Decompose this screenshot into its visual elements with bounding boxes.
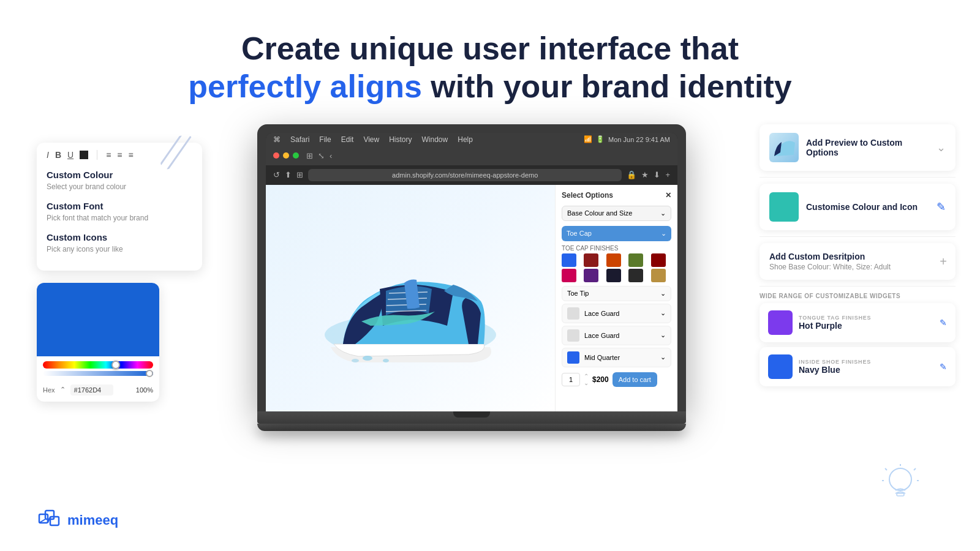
lace-guard2-text: Lace Guard	[584, 332, 619, 339]
bold-icon[interactable]: B	[55, 150, 61, 160]
add-preview-card[interactable]: Add Preview to Custom Options ⌄	[760, 124, 956, 171]
page-header: Create unique user interface that perfec…	[0, 0, 980, 124]
options-close-icon[interactable]: ✕	[665, 191, 671, 200]
history-menu[interactable]: History	[389, 135, 412, 144]
price-display: $200	[592, 375, 609, 384]
cart-row: ⌃⌄ $200 Add to cart	[562, 372, 671, 387]
bookmark-icon[interactable]: ★	[641, 170, 649, 179]
swatch-orange[interactable]	[606, 253, 621, 267]
maximize-button[interactable]	[293, 152, 299, 159]
url-bar[interactable]: admin.shopify.com/store/mimeeq-appstore-…	[308, 169, 622, 181]
swatch-darkred[interactable]	[584, 253, 598, 267]
tongue-tag-edit-icon[interactable]: ✎	[940, 318, 947, 328]
add-to-cart-button[interactable]: Add to cart	[612, 372, 657, 387]
custom-font-section: Custom Font Pick font that match your br…	[47, 201, 192, 222]
nav-back-icon[interactable]: ‹	[330, 151, 332, 160]
shoe-image	[306, 212, 514, 384]
safari-menu[interactable]: Safari	[290, 135, 309, 144]
preview-thumbnail	[769, 133, 799, 162]
desc-card-title: Add Custom Desritpion	[769, 252, 946, 261]
tongue-tag-label: TONGUE TAG FINISHES	[799, 315, 933, 321]
swatch-blue[interactable]	[562, 253, 576, 267]
opacity-handle[interactable]	[146, 370, 153, 377]
laptop-foot	[257, 424, 686, 431]
edit-menu[interactable]: Edit	[341, 135, 354, 144]
toe-cap-option[interactable]: Toe Cap ⌄	[562, 226, 671, 241]
download-icon[interactable]: ⬇	[654, 170, 660, 179]
tongue-tag-card[interactable]: TONGUE TAG FINISHES Hot Purple ✎	[760, 303, 956, 342]
laptop-container: ⌘ Safari File Edit View History Window H…	[257, 124, 686, 431]
swatch-navy[interactable]	[606, 269, 621, 282]
close-button[interactable]	[273, 152, 279, 159]
browser-topbar: ⊞ ⤡ ‹	[266, 146, 677, 165]
mid-quarter-row[interactable]: Mid Quarter ⌄	[562, 348, 671, 367]
opacity-slider[interactable]	[43, 371, 153, 376]
hex-input[interactable]: #1762D4	[70, 384, 113, 395]
window-menu[interactable]: Window	[422, 135, 448, 144]
customise-thumbnail	[769, 192, 799, 222]
help-menu[interactable]: Help	[458, 135, 473, 144]
desc-add-icon[interactable]: +	[940, 254, 947, 268]
content-area: I B U ≡ ≡ ≡ Custom Colour Select your br…	[0, 124, 980, 431]
align-right-icon[interactable]: ≡	[129, 150, 134, 160]
custom-colour-desc: Select your brand colour	[47, 182, 192, 191]
swatch-purple[interactable]	[584, 269, 598, 282]
right-panel: Add Preview to Custom Options ⌄ Customis…	[760, 124, 956, 391]
nav-resize-icon[interactable]: ⤡	[318, 151, 325, 160]
desc-card-content: Add Custom Desritpion Shoe Base Colour: …	[769, 252, 946, 271]
svg-point-3	[363, 356, 372, 361]
toe-tip-chevron: ⌄	[660, 290, 666, 298]
align-center-icon[interactable]: ≡	[117, 150, 122, 160]
svg-rect-11	[897, 493, 904, 496]
swatch-gold[interactable]	[651, 269, 666, 282]
swatch-pink[interactable]	[562, 269, 576, 282]
swatch-olive[interactable]	[628, 253, 643, 267]
reload-icon[interactable]: ↺	[273, 170, 280, 179]
align-left-icon[interactable]: ≡	[106, 150, 111, 160]
view-menu[interactable]: View	[363, 135, 379, 144]
preview-card-chevron[interactable]: ⌄	[937, 141, 946, 154]
underline-icon[interactable]: U	[67, 150, 74, 160]
qty-arrows[interactable]: ⌃⌄	[584, 373, 589, 386]
base-colour-select[interactable]: Base Colour and Size ⌄	[562, 206, 671, 221]
swatch-red[interactable]	[651, 253, 666, 267]
lace-guard1-text: Lace Guard	[584, 310, 619, 317]
mid-quarter-icon	[567, 351, 579, 364]
customise-card[interactable]: Customise Colour and Icon ✎	[760, 184, 956, 230]
new-tab-icon[interactable]: +	[665, 170, 670, 179]
color-preview[interactable]	[37, 283, 159, 356]
file-menu[interactable]: File	[319, 135, 331, 144]
lace-guard2-chevron: ⌄	[660, 331, 666, 339]
share-icon[interactable]: ⬆	[285, 170, 292, 179]
custom-description-card[interactable]: Add Custom Desritpion Shoe Base Colour: …	[760, 243, 956, 280]
toe-cap-text: Toe Cap	[567, 230, 592, 237]
lace-guard2-row[interactable]: Lace Guard ⌄	[562, 326, 671, 345]
minimize-button[interactable]	[283, 152, 289, 159]
inside-shoe-edit-icon[interactable]: ✎	[940, 362, 947, 372]
hue-slider[interactable]	[43, 361, 153, 369]
lace-guard1-chevron: ⌄	[660, 309, 666, 317]
nav-controls: ⊞ ⤡ ‹	[306, 151, 332, 160]
toe-tip-row[interactable]: Toe Tip ⌄	[562, 286, 671, 301]
customise-edit-icon[interactable]: ✎	[937, 200, 946, 214]
swatch-dark[interactable]	[628, 269, 643, 282]
color-footer: Hex ⌃ #1762D4 100%	[37, 381, 159, 402]
desc-card-subtitle: Shoe Base Colour: White, Size: Adult	[769, 263, 946, 271]
apple-menu[interactable]: ⌘	[273, 135, 281, 144]
datetime-text: Mon Jun 22 9:41 AM	[608, 136, 670, 143]
nav-grid-icon[interactable]: ⊞	[306, 151, 313, 160]
svg-line-14	[914, 468, 916, 470]
lace-guard1-row[interactable]: Lace Guard ⌄	[562, 304, 671, 323]
custom-colour-section: Custom Colour Select your brand colour	[47, 170, 192, 191]
mimeeq-logo-icon	[37, 508, 61, 533]
decorative-lines	[157, 133, 199, 174]
italic-icon[interactable]: I	[47, 150, 49, 160]
inside-shoe-card[interactable]: INSIDE SHOE FINISHES Navy Blue ✎	[760, 347, 956, 386]
tab-icon[interactable]: ⊞	[296, 170, 303, 179]
hue-handle[interactable]	[111, 361, 120, 369]
quantity-input[interactable]	[562, 373, 580, 386]
color-fill-icon[interactable]	[80, 151, 88, 159]
lace-guard2-icon	[567, 329, 579, 342]
opacity-value: 100%	[136, 386, 153, 394]
hex-arrows[interactable]: ⌃	[60, 386, 66, 394]
